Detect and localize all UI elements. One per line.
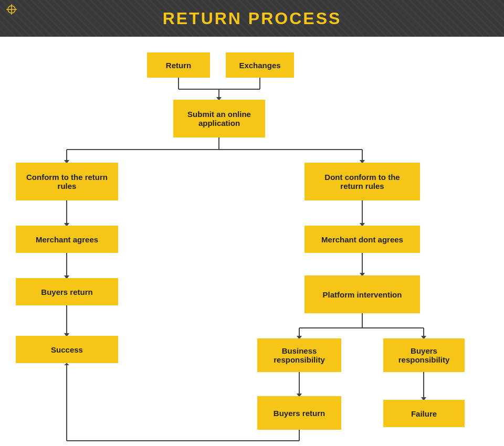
- diagram: Return Exchanges Submit an online applic…: [0, 37, 504, 446]
- buyers-return-left-box: Buyers return: [16, 278, 118, 305]
- merchant-agrees-box: Merchant agrees: [16, 226, 118, 253]
- buyers-responsibility-box: Buyers responsibility: [383, 338, 465, 372]
- merchant-dont-box: Merchant dont agrees: [304, 226, 420, 253]
- crosshair-icon: [6, 4, 17, 15]
- failure-box: Failure: [383, 400, 465, 427]
- platform-box: Platform intervention: [304, 275, 420, 313]
- dont-conform-box: Dont conform to the return rules: [304, 163, 420, 200]
- svg-marker-37: [64, 363, 69, 365]
- conform-box: Conform to the return rules: [16, 163, 118, 200]
- exchanges-box: Exchanges: [226, 52, 294, 78]
- buyers-return-right-box: Buyers return: [257, 396, 341, 430]
- submit-box: Submit an online application: [173, 100, 265, 137]
- success-box: Success: [16, 336, 118, 363]
- header: RETURN PROCESS: [0, 0, 504, 37]
- page-title: RETURN PROCESS: [163, 9, 342, 28]
- business-responsibility-box: Business responsibility: [257, 338, 341, 372]
- return-box: Return: [147, 52, 210, 78]
